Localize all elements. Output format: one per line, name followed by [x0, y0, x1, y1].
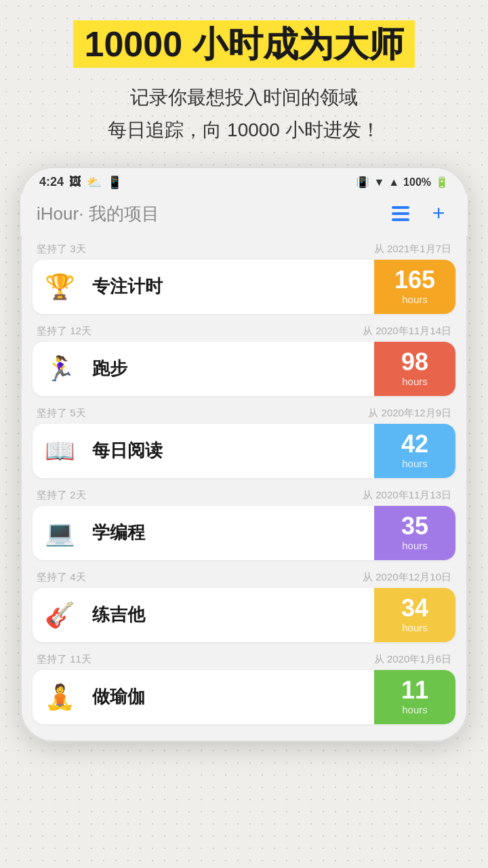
project-hours-badge: 34hours [374, 588, 455, 642]
hours-number: 35 [401, 514, 428, 538]
app-name: iHour [37, 203, 79, 224]
status-left: 4:24 🖼 ⛅ 📱 [39, 175, 122, 190]
hours-number: 165 [394, 268, 435, 292]
project-since: 从 2020年11月13日 [363, 489, 451, 502]
project-card[interactable]: 🎸练吉他34hours [33, 588, 455, 642]
project-icon: 🏆 [33, 260, 87, 314]
project-card[interactable]: 🏃‍♀️跑步98hours [33, 342, 455, 396]
battery-icon: 🔋 [435, 176, 449, 189]
hours-label: hours [402, 540, 428, 551]
header-icons: + [388, 201, 451, 226]
hours-label: hours [402, 458, 428, 469]
project-icon: 📖 [33, 424, 87, 478]
wifi-icon: ▼ [373, 176, 384, 189]
app-section: · 我的项目 [79, 203, 159, 224]
hours-number: 11 [401, 678, 428, 703]
project-since: 从 2020年12月9日 [368, 407, 451, 420]
hero-section: 10000 小时成为大师 记录你最想投入时间的领域 每日追踪，向 10000 小… [73, 20, 414, 167]
project-since: 从 2020年12月10日 [363, 571, 451, 584]
project-hours-badge: 42hours [374, 424, 455, 478]
project-streak: 坚持了 4天 [37, 571, 86, 584]
project-meta: 坚持了 5天从 2020年12月9日 [33, 400, 455, 424]
app-title-group: iHour· 我的项目 [37, 201, 159, 226]
signal-icon: ▲ [388, 176, 399, 189]
project-name: 做瑜伽 [87, 685, 374, 709]
project-hours-badge: 165hours [374, 260, 455, 314]
hours-label: hours [402, 376, 428, 387]
project-group: 坚持了 12天从 2020年11月14日🏃‍♀️跑步98hours [33, 318, 455, 396]
project-streak: 坚持了 12天 [37, 325, 92, 338]
project-card[interactable]: 💻学编程35hours [33, 506, 455, 560]
vibrate-icon: 📳 [356, 176, 369, 189]
project-group: 坚持了 2天从 2020年11月13日💻学编程35hours [33, 482, 455, 560]
app-header: iHour· 我的项目 + [20, 194, 468, 236]
project-icon: 🎸 [33, 588, 87, 642]
project-hours-badge: 35hours [374, 506, 455, 560]
photo-icon: 🖼 [69, 175, 81, 189]
hours-number: 34 [401, 596, 428, 620]
project-streak: 坚持了 3天 [37, 243, 86, 256]
project-since: 从 2020年1月6日 [374, 653, 451, 666]
project-streak: 坚持了 11天 [37, 653, 92, 666]
svg-rect-2 [392, 218, 409, 221]
project-meta: 坚持了 11天从 2020年1月6日 [33, 646, 455, 670]
project-hours-badge: 98hours [374, 342, 455, 396]
project-since: 从 2020年11月14日 [363, 325, 451, 338]
project-icon: 💻 [33, 506, 87, 560]
projects-list: 坚持了 3天从 2021年1月7日🏆专注计时165hours坚持了 12天从 2… [20, 236, 468, 728]
status-time: 4:24 [39, 175, 64, 189]
project-meta: 坚持了 4天从 2020年12月10日 [33, 564, 455, 588]
project-name: 每日阅读 [87, 439, 374, 462]
project-group: 坚持了 4天从 2020年12月10日🎸练吉他34hours [33, 564, 455, 642]
project-icon: 🏃‍♀️ [33, 342, 87, 396]
hours-label: hours [402, 622, 428, 633]
project-icon: 🧘 [33, 670, 87, 724]
project-card[interactable]: 🏆专注计时165hours [33, 260, 455, 314]
hero-title: 10000 小时成为大师 [73, 20, 414, 68]
hours-label: hours [402, 704, 428, 715]
project-group: 坚持了 5天从 2020年12月9日📖每日阅读42hours [33, 400, 455, 478]
hours-label: hours [402, 294, 428, 305]
hours-number: 98 [401, 350, 428, 374]
project-card[interactable]: 📖每日阅读42hours [33, 424, 455, 478]
project-group: 坚持了 11天从 2020年1月6日🧘做瑜伽11hours [33, 646, 455, 724]
status-right: 📳 ▼ ▲ 100% 🔋 [356, 176, 449, 189]
weather-icon: ⛅ [87, 175, 102, 190]
project-card[interactable]: 🧘做瑜伽11hours [33, 670, 455, 724]
project-meta: 坚持了 3天从 2021年1月7日 [33, 236, 455, 260]
hero-subtitle: 记录你最想投入时间的领域 每日追踪，向 10000 小时进发！ [73, 81, 414, 146]
project-hours-badge: 11hours [374, 670, 455, 724]
project-name: 跑步 [87, 357, 374, 380]
project-streak: 坚持了 5天 [37, 407, 86, 420]
project-meta: 坚持了 12天从 2020年11月14日 [33, 318, 455, 342]
project-meta: 坚持了 2天从 2020年11月13日 [33, 482, 455, 506]
project-name: 练吉他 [87, 603, 374, 627]
project-name: 专注计时 [87, 275, 374, 298]
list-view-button[interactable] [388, 201, 413, 226]
phone-frame: 4:24 🖼 ⛅ 📱 📳 ▼ ▲ 100% 🔋 iHour· 我的项目 [20, 167, 468, 742]
project-group: 坚持了 3天从 2021年1月7日🏆专注计时165hours [33, 236, 455, 314]
add-project-button[interactable]: + [426, 201, 451, 226]
phone-icon: 📱 [107, 175, 122, 190]
hours-number: 42 [401, 432, 428, 456]
project-streak: 坚持了 2天 [37, 489, 86, 502]
svg-rect-1 [392, 212, 409, 215]
status-bar: 4:24 🖼 ⛅ 📱 📳 ▼ ▲ 100% 🔋 [20, 167, 468, 194]
project-since: 从 2021年1月7日 [374, 243, 451, 256]
svg-rect-0 [392, 206, 409, 209]
project-name: 学编程 [87, 521, 374, 545]
battery-label: 100% [403, 176, 431, 189]
